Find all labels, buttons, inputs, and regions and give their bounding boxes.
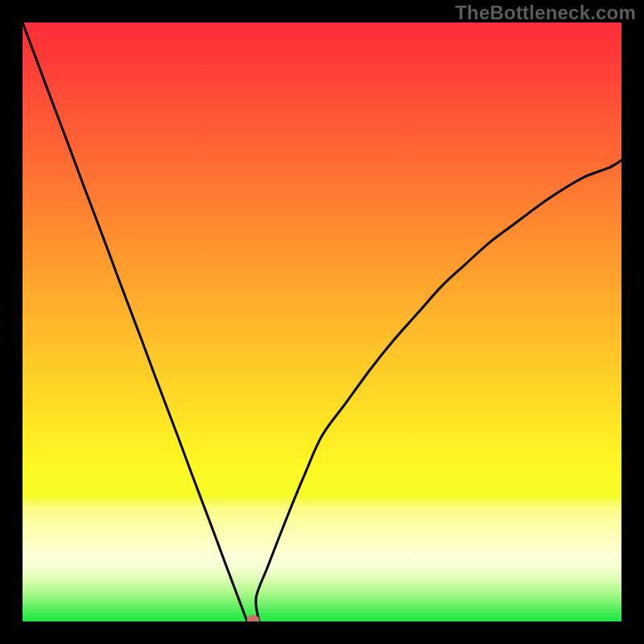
watermark-text: TheBottleneck.com [455, 2, 636, 24]
plot-area [23, 23, 621, 621]
chart-frame: TheBottleneck.com [0, 0, 644, 644]
chart-svg [23, 23, 621, 621]
gradient-background [23, 23, 621, 621]
